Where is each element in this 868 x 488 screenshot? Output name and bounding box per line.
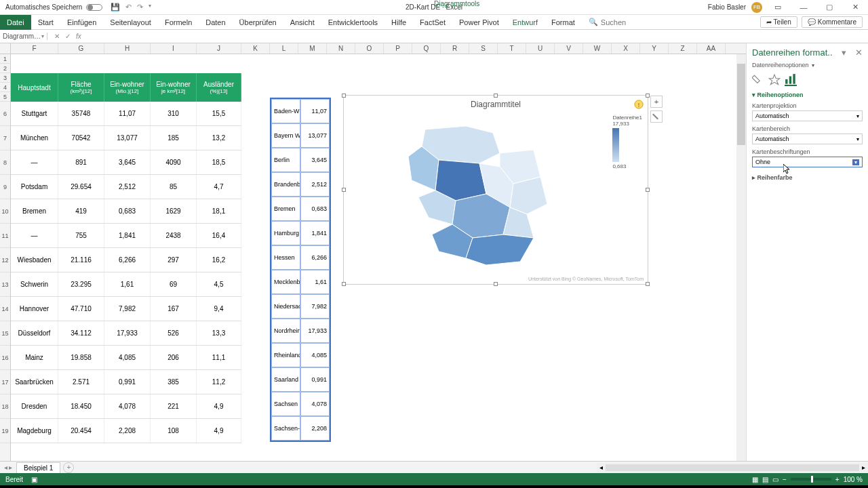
share-button[interactable]: ➦Teilen: [760, 16, 797, 28]
table-cell[interactable]: 17,933: [104, 321, 151, 345]
chart-styles-button[interactable]: [650, 110, 663, 123]
table-row[interactable]: Hannover47.7107,9821679,4: [11, 297, 241, 321]
table-row[interactable]: Hamburg1,841: [271, 221, 330, 245]
table-row[interactable]: Sachsen4,078: [271, 392, 330, 416]
col-header[interactable]: AA: [697, 43, 726, 54]
table-cell[interactable]: 13,3: [197, 321, 241, 345]
table-row[interactable]: Wiesbaden21.1166,26629716,2: [11, 248, 241, 272]
table-cell[interactable]: 526: [151, 321, 197, 345]
col-header[interactable]: S: [469, 43, 498, 54]
table-cell[interactable]: 385: [151, 370, 197, 394]
table-cell[interactable]: 108: [151, 419, 197, 443]
qat-more-icon[interactable]: ▾: [149, 3, 151, 12]
avatar[interactable]: FB: [751, 2, 762, 13]
row-header[interactable]: 17: [0, 370, 10, 394]
table-row[interactable]: Bremen4190,683162918,1: [11, 199, 241, 224]
tab-seitenlayout[interactable]: Seitenlayout: [103, 15, 158, 30]
table-row[interactable]: Nordrhein17,933: [271, 319, 330, 343]
table-cell[interactable]: 6,266: [104, 248, 151, 272]
table-row[interactable]: Mecklenb1,61: [271, 270, 330, 294]
row-header[interactable]: 19: [0, 419, 10, 443]
table-cell[interactable]: 4,085: [300, 343, 330, 367]
table-cell[interactable]: Bremen: [11, 199, 58, 223]
map-area-select[interactable]: Automatisch▾: [752, 134, 863, 144]
select-all-corner[interactable]: [0, 43, 11, 54]
table-cell[interactable]: Saarbrücken: [11, 370, 58, 394]
table-cell[interactable]: 2,208: [300, 416, 330, 441]
table-row[interactable]: Saarbrücken2.5710,99138511,2: [11, 370, 241, 394]
table-cell[interactable]: 0,991: [104, 370, 151, 394]
view-pagebreak-icon[interactable]: ▭: [772, 476, 778, 483]
row-header[interactable]: 10: [0, 199, 10, 224]
table-cell[interactable]: 0,683: [300, 197, 330, 221]
table-cell[interactable]: Niedersac: [271, 294, 300, 319]
table-cell[interactable]: 7,982: [300, 294, 330, 319]
table-cell[interactable]: 891: [58, 150, 104, 174]
zoom-out-icon[interactable]: −: [783, 476, 787, 483]
table-cell[interactable]: 185: [151, 126, 197, 150]
table-cell[interactable]: 7,982: [104, 297, 151, 321]
map-plot-area[interactable]: [398, 116, 568, 272]
table-row[interactable]: Saarland0,991: [271, 367, 330, 392]
row-header[interactable]: 9: [0, 175, 10, 199]
col-header[interactable]: G: [58, 43, 104, 54]
table-row[interactable]: Brandenb2,512: [271, 172, 330, 197]
table-cell[interactable]: —: [11, 150, 58, 174]
tab-format[interactable]: Format: [545, 15, 582, 30]
row-header[interactable]: 14: [0, 297, 10, 321]
table-row[interactable]: Rheinland4,085: [271, 343, 330, 367]
ribbon-display-icon[interactable]: ▭: [768, 1, 788, 14]
name-box[interactable]: Diagramm…▾: [0, 33, 47, 40]
table-cell[interactable]: Baden-Wü: [271, 99, 300, 123]
table-cell[interactable]: 6,266: [300, 245, 330, 270]
chart-title[interactable]: Diagrammtitel: [344, 100, 648, 109]
row-header[interactable]: 2: [0, 64, 10, 73]
table-cell[interactable]: Stuttgart: [11, 102, 58, 125]
col-header[interactable]: Q: [412, 43, 441, 54]
tab-daten[interactable]: Daten: [199, 15, 232, 30]
table-row[interactable]: München7054213,07718513,2: [11, 126, 241, 150]
table-cell[interactable]: 4,5: [197, 272, 241, 296]
tab-powerpivot[interactable]: Power Pivot: [452, 15, 506, 30]
table-cell[interactable]: 18.450: [58, 394, 104, 418]
table-cell[interactable]: 3,645: [300, 148, 330, 172]
table-row[interactable]: Berlin3,645: [271, 148, 330, 172]
tab-entwurf[interactable]: Entwurf: [506, 15, 545, 30]
chart-legend[interactable]: Datenreihe1 17,933 0,683: [612, 115, 642, 169]
table-cell[interactable]: 9,4: [197, 297, 241, 321]
projection-select[interactable]: Automatisch▾: [752, 110, 863, 121]
table-cell[interactable]: 70542: [58, 126, 104, 150]
table-cell[interactable]: 29.654: [58, 175, 104, 199]
table-row[interactable]: Düsseldorf34.11217,93352613,3: [11, 321, 241, 346]
table-cell[interactable]: 1,61: [300, 270, 330, 294]
col-header[interactable]: W: [583, 43, 612, 54]
table-cell[interactable]: Hannover: [11, 297, 58, 321]
table-cell[interactable]: 47.710: [58, 297, 104, 321]
table-cell[interactable]: 19.858: [58, 346, 104, 369]
col-header[interactable]: L: [270, 43, 298, 54]
table-cell[interactable]: 1,841: [300, 221, 330, 245]
table-cell[interactable]: 11,07: [104, 102, 151, 125]
table-row[interactable]: Mainz19.8584,08520611,1: [11, 346, 241, 370]
tab-einfuegen[interactable]: Einfügen: [60, 15, 103, 30]
table-cell[interactable]: Sachsen-A: [271, 416, 300, 441]
effects-icon[interactable]: [768, 74, 781, 86]
table-cell[interactable]: Nordrhein: [271, 319, 300, 343]
table-cell[interactable]: 2,208: [104, 419, 151, 443]
map-labels-select[interactable]: Ohne▾: [752, 157, 863, 167]
table-cell[interactable]: 1629: [151, 199, 197, 223]
tab-formeln[interactable]: Formeln: [158, 15, 199, 30]
row-header[interactable]: 12: [0, 248, 10, 272]
table-row[interactable]: —8913,645409018,5: [11, 150, 241, 175]
table-cell[interactable]: München: [11, 126, 58, 150]
table-cell[interactable]: 4,078: [104, 394, 151, 418]
accept-fx-icon[interactable]: ✓: [65, 33, 71, 40]
table-cell[interactable]: Sachsen: [271, 392, 300, 416]
fx-icon[interactable]: fx: [76, 33, 81, 40]
save-icon[interactable]: 💾: [111, 3, 120, 12]
table-cell[interactable]: 35748: [58, 102, 104, 125]
table-cell[interactable]: 18,1: [197, 199, 241, 223]
sheet-nav-prev-icon[interactable]: ◂: [4, 464, 7, 471]
table-cell[interactable]: 11,1: [197, 346, 241, 369]
tab-ansicht[interactable]: Ansicht: [283, 15, 321, 30]
